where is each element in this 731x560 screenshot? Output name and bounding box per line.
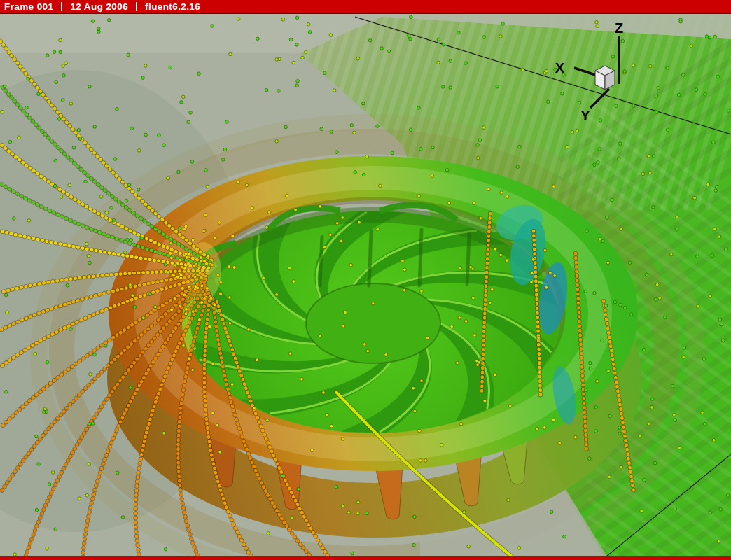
bottom-red-strip bbox=[0, 556, 731, 560]
solver-label: fluent6.2.16 bbox=[141, 1, 204, 12]
impeller-hub bbox=[306, 284, 440, 363]
axis-z-label: Z bbox=[615, 20, 623, 36]
fluent-graphics-window: X Z Y Frame 001 12 Aug 2006 fluent6.2.16 bbox=[0, 0, 731, 560]
date-label: 12 Aug 2006 bbox=[66, 1, 132, 12]
impeller bbox=[186, 205, 560, 433]
viewport-3d[interactable]: X Z Y bbox=[0, 0, 731, 560]
header-separator bbox=[61, 2, 62, 11]
axis-triad-cube-icon bbox=[595, 66, 615, 90]
frame-label: Frame 001 bbox=[0, 1, 57, 12]
axis-y-label: Y bbox=[580, 108, 590, 123]
header-separator bbox=[136, 2, 137, 11]
frame-header-bar: Frame 001 12 Aug 2006 fluent6.2.16 bbox=[0, 0, 731, 14]
cfd-scene bbox=[0, 0, 731, 560]
axis-x-label: X bbox=[555, 60, 565, 76]
